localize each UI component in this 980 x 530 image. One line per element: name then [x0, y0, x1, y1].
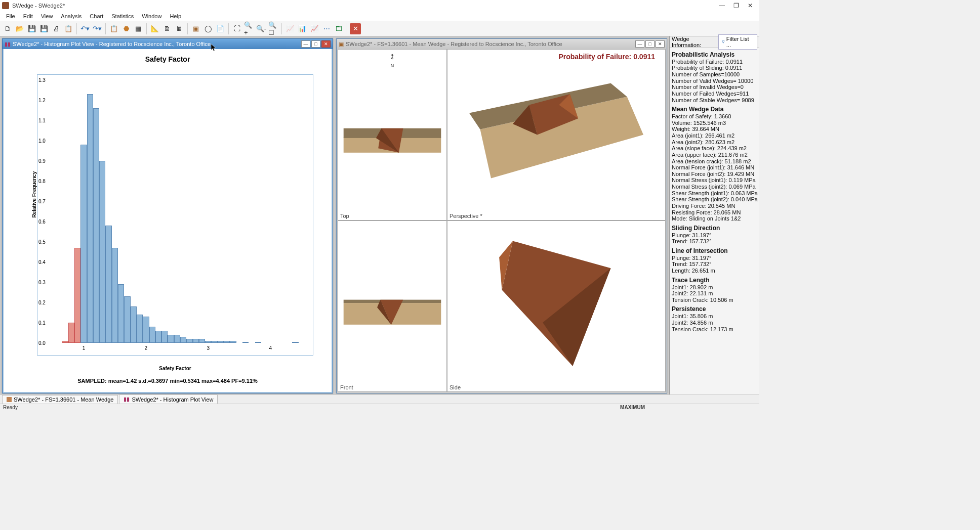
histogram-window-titlebar[interactable]: ▮▮ SWedge2* - Histogram Plot View - Regi…	[3, 39, 333, 49]
histogram-bar[interactable]	[255, 342, 261, 343]
wedge-window-titlebar[interactable]: ▣ SWedge2* - FS=1.36601 - Mean Wedge - R…	[337, 39, 667, 49]
wedge-3d-icon[interactable]: ▣	[190, 23, 201, 34]
histogram-bar[interactable]	[193, 339, 199, 343]
save-as-icon[interactable]: 💾	[38, 23, 50, 34]
calculator-icon[interactable]: 🖩	[174, 23, 185, 34]
zoom-extents-icon[interactable]: ⛶	[231, 23, 242, 34]
view-perspective[interactable]: Probability of Failure: 0.0911 Perspecti…	[447, 49, 666, 220]
histogram-bar[interactable]	[149, 327, 155, 343]
histogram-bar[interactable]	[174, 335, 180, 343]
menu-view[interactable]: View	[37, 12, 57, 20]
histogram-bar[interactable]	[205, 341, 211, 343]
wedge-window: ▣ SWedge2* - FS=1.36601 - Mean Wedge - R…	[336, 38, 667, 393]
minimize-button[interactable]: —	[715, 1, 729, 10]
histogram-bar[interactable]	[87, 94, 93, 343]
sheet-icon[interactable]: 🗎	[161, 23, 173, 34]
filter-button[interactable]: ▿ Filter List ...	[718, 34, 757, 50]
info-row: Normal Force (joint1): 31.646 MN	[672, 164, 757, 171]
open-icon[interactable]: 📂	[14, 23, 25, 34]
histogram-bar[interactable]	[93, 108, 99, 343]
info-row: Driving Force: 20.545 MN	[672, 203, 757, 209]
doc-close-button[interactable]: ✕	[321, 40, 331, 48]
stereonet-icon[interactable]: ◯	[202, 23, 214, 34]
histogram-icon[interactable]: 📊	[297, 23, 308, 34]
menu-help[interactable]: Help	[166, 12, 185, 20]
print-icon[interactable]: 🖨	[51, 23, 62, 34]
info-icon[interactable]: 📄	[215, 23, 226, 34]
cumulative-icon[interactable]: 📈	[309, 23, 320, 34]
histogram-bar[interactable]	[143, 317, 149, 343]
histogram-bar[interactable]	[118, 284, 124, 343]
histogram-bar[interactable]	[124, 296, 130, 343]
tab-label: SWedge2* - Histogram Plot View	[132, 396, 213, 403]
histogram-bar[interactable]	[186, 339, 192, 343]
menu-file[interactable]: File	[2, 12, 19, 20]
menu-window[interactable]: Window	[138, 12, 166, 20]
view-front[interactable]: Front	[338, 220, 447, 392]
histogram-bar[interactable]	[137, 315, 143, 343]
view-side[interactable]: Side	[447, 220, 666, 392]
table-icon[interactable]: ▦	[133, 23, 144, 34]
histogram-bar[interactable]	[199, 339, 205, 343]
histogram-bar[interactable]	[80, 145, 87, 343]
view-label: Side	[450, 384, 461, 390]
histogram-bar[interactable]	[242, 342, 249, 343]
y-tick: 1.0	[38, 138, 46, 144]
histogram-bar[interactable]	[99, 161, 105, 343]
close-button[interactable]: ✕	[743, 1, 757, 10]
zoom-in-icon[interactable]: 🔍+	[243, 23, 255, 34]
histogram-bar[interactable]	[112, 248, 118, 343]
bolt-icon[interactable]: ⬣	[120, 23, 132, 34]
copy-icon[interactable]: 📋	[63, 23, 74, 34]
new-icon[interactable]: 🗋	[2, 23, 13, 34]
menu-edit[interactable]: Edit	[19, 12, 37, 20]
chart-stats: SAMPLED: mean=1.42 s.d.=0.3697 min=0.534…	[7, 378, 329, 384]
info-row: Factor of Safety: 1.3660	[672, 113, 757, 120]
histogram-bar[interactable]	[131, 306, 137, 343]
tab-label: SWedge2* - FS=1.36601 - Mean Wedge	[14, 396, 113, 403]
scatter-icon[interactable]: 📈	[284, 23, 296, 34]
menu-statistics[interactable]: Statistics	[107, 12, 138, 20]
points-icon[interactable]: ⋯	[321, 23, 332, 34]
histogram-bar[interactable]	[74, 248, 80, 343]
zoom-window-icon[interactable]: 🔍☐	[268, 23, 279, 34]
view-top[interactable]: ⥉N Top	[338, 49, 447, 220]
excel-icon[interactable]: 🗔	[333, 23, 344, 34]
compute-icon[interactable]: 📐	[149, 23, 160, 34]
y-tick: 0.3	[38, 280, 46, 285]
menu-chart[interactable]: Chart	[86, 12, 107, 20]
x-axis-label: Safety Factor	[37, 366, 313, 371]
undo-icon[interactable]: ↶▾	[79, 23, 91, 34]
info-row: Joint1: 35.806 m	[672, 313, 757, 320]
tab-histogram[interactable]: ▮▮ SWedge2* - Histogram Plot View	[119, 394, 218, 404]
histogram-bar[interactable]	[211, 341, 217, 343]
doc-close-button[interactable]: ✕	[656, 40, 665, 48]
clipboard-icon[interactable]: 📋	[108, 23, 119, 34]
tab-mean-wedge[interactable]: SWedge2* - FS=1.36601 - Mean Wedge	[2, 395, 118, 404]
histogram-bar[interactable]	[230, 341, 236, 343]
doc-minimize-button[interactable]: ―	[635, 40, 644, 48]
delete-icon[interactable]: ✕	[350, 23, 361, 34]
histogram-bar[interactable]	[68, 323, 74, 343]
histogram-bar[interactable]	[168, 335, 174, 343]
doc-minimize-button[interactable]: ―	[301, 40, 310, 48]
histogram-bar[interactable]	[292, 342, 298, 343]
info-row: Trend: 157.732°	[672, 261, 757, 268]
histogram-bar[interactable]	[105, 226, 111, 343]
menu-analysis[interactable]: Analysis	[57, 12, 86, 20]
histogram-bar[interactable]	[218, 341, 224, 343]
maximize-button[interactable]: ❐	[729, 1, 743, 10]
histogram-bar[interactable]	[155, 331, 161, 343]
histogram-bar[interactable]	[62, 341, 68, 343]
doc-maximize-button[interactable]: □	[311, 40, 320, 48]
sidebar-body[interactable]: Probabilistic AnalysisProbability of Fai…	[670, 48, 759, 395]
histogram-bar[interactable]	[180, 337, 186, 343]
save-icon[interactable]: 💾	[26, 23, 37, 34]
histogram-bar[interactable]	[161, 331, 168, 343]
histogram-bar[interactable]	[224, 341, 230, 343]
toolbar-separator	[146, 23, 147, 34]
plot-area[interactable]: Relative Frequency Safety Factor 12340.0…	[37, 74, 313, 356]
redo-icon[interactable]: ↷▾	[92, 23, 103, 34]
doc-maximize-button[interactable]: □	[645, 40, 655, 48]
zoom-out-icon[interactable]: 🔍-	[256, 23, 267, 34]
